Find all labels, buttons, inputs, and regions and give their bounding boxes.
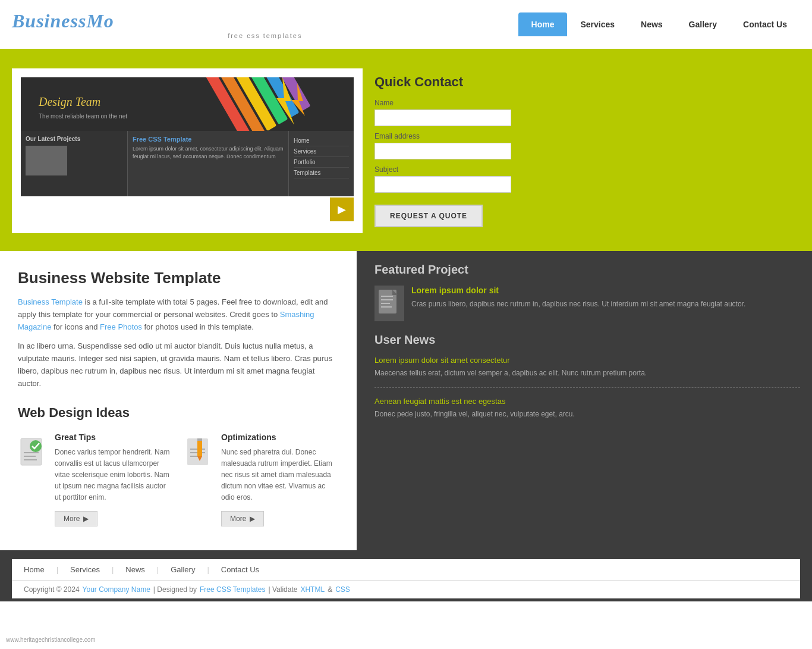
featured-project-title-text: Lorem ipsum dolor sit [411, 286, 745, 295]
feature1-content: Great Tips Donec varius tempor hendrerit… [55, 432, 172, 526]
feature1-more-label: More [64, 515, 80, 523]
svg-rect-23 [381, 299, 393, 300]
next-slide-button[interactable]: ▶ [330, 197, 354, 221]
icons-text: for icons and [53, 322, 100, 331]
arrow-right-icon: ▶ [83, 515, 89, 523]
nav-contact[interactable]: Contact Us [730, 12, 800, 36]
svg-rect-25 [381, 306, 392, 308]
document-icon [377, 289, 401, 318]
news-link-2[interactable]: Aenean feugiat mattis est nec egestas [374, 397, 800, 406]
feature2-more-button[interactable]: More ▶ [221, 511, 264, 526]
separator-4: | [207, 565, 209, 574]
business-template-link[interactable]: Business Template [18, 297, 83, 306]
feature2-more-label: More [230, 515, 246, 523]
footer: Home | Services | News | Gallery | Conta… [0, 550, 812, 601]
mockup-nav: Home Services Portfolio Templates [288, 131, 354, 196]
featured-project-icon [374, 286, 404, 321]
company-name-link[interactable]: Your Company Name [83, 585, 150, 594]
pencil-icon [184, 435, 214, 471]
main-title: Business Website Template [18, 269, 339, 287]
body-paragraph: In ac libero urna. Suspendisse sed odio … [18, 340, 339, 390]
mockup-center: Free CSS Template Lorem ipsum dolor sit … [128, 131, 288, 196]
main-nav: Home Services News Gallery Contact Us [518, 12, 800, 36]
content-area: Business Website Template Business Templ… [0, 251, 357, 550]
svg-rect-11 [24, 456, 36, 457]
subtitle: Web Design Ideas [18, 405, 339, 421]
feature2-text: Nunc sed pharetra dui. Donec malesuada r… [221, 447, 339, 504]
hero-section: Design Team The most reliable team on th… [0, 51, 812, 251]
featured-project: Lorem ipsum dolor sit Cras purus libero,… [374, 286, 800, 321]
logo: BusinessMo free css templates [12, 10, 518, 39]
footer-nav-gallery[interactable]: Gallery [171, 565, 195, 574]
svg-rect-22 [381, 296, 393, 297]
news-item-2: Aenean feugiat mattis est nec egestas Do… [374, 397, 800, 428]
and-text: & [328, 585, 332, 594]
separator-2: | [112, 565, 114, 574]
nav-home[interactable]: Home [518, 12, 568, 36]
logo-sub: free css templates [12, 32, 518, 39]
nav-gallery[interactable]: Gallery [676, 12, 730, 36]
featured-project-title: Featured Project [374, 263, 800, 277]
footer-nav-services[interactable]: Services [70, 565, 100, 574]
copyright-text: Copyright © 2024 [24, 585, 80, 594]
design-team-sub: The most reliable team on the net [39, 113, 127, 120]
request-quote-button[interactable]: REQUEST A QUOTE [374, 205, 483, 227]
designed-by-text: | Designed by [153, 585, 197, 594]
xhtml-link[interactable]: XHTML [300, 585, 325, 594]
name-input[interactable] [374, 109, 511, 126]
user-news-title: User News [374, 333, 800, 347]
optimizations-icon [184, 432, 214, 468]
hero-slider: Design Team The most reliable team on th… [12, 68, 363, 233]
separator-1: | [56, 565, 58, 574]
news-link-1[interactable]: Lorem ipsum dolor sit amet consectetur [374, 356, 800, 365]
svg-rect-24 [381, 303, 390, 304]
news-text-2: Donec pede justo, fringilla vel, aliquet… [374, 409, 800, 419]
footer-nav-home[interactable]: Home [24, 565, 45, 574]
news-item-1: Lorem ipsum dolor sit amet consectetur M… [374, 356, 800, 388]
validate-text: | Validate [269, 585, 298, 594]
subject-label: Subject [374, 165, 800, 174]
copyright-bar: Copyright © 2024 Your Company Name | Des… [12, 580, 800, 598]
design-team-label: Design Team [39, 95, 100, 109]
email-label: Email address [374, 132, 800, 140]
email-input[interactable] [374, 143, 511, 159]
feature-optimizations: Optimizations Nunc sed pharetra dui. Don… [184, 432, 339, 526]
mockup-left: Our Latest Projects [21, 131, 128, 196]
quick-contact-title: Quick Contact [374, 74, 800, 90]
main-section: Business Website Template Business Templ… [0, 251, 812, 550]
mockup-projects-label: Our Latest Projects [26, 136, 122, 142]
features-grid: Great Tips Donec varius tempor hendrerit… [18, 432, 339, 526]
nav-news[interactable]: News [628, 12, 676, 36]
footer-nav-news[interactable]: News [125, 565, 145, 574]
free-photos-link[interactable]: Free Photos [100, 322, 142, 331]
photos-text: for photos used in this template. [144, 322, 254, 331]
svg-rect-18 [197, 438, 202, 456]
header: BusinessMo free css templates Home Servi… [0, 0, 812, 51]
feature1-more-button[interactable]: More ▶ [55, 511, 97, 526]
feature2-title: Optimizations [221, 432, 339, 442]
footer-nav-contact[interactable]: Contact Us [221, 565, 259, 574]
intro-paragraph: Business Template is a full-site templat… [18, 296, 339, 333]
sidebar: Featured Project Lorem ipsum dolor sit C… [357, 251, 812, 550]
quick-contact: Quick Contact Name Email address Subject… [374, 68, 800, 233]
free-css-templates-link[interactable]: Free CSS Templates [200, 585, 266, 594]
check-icon [18, 435, 48, 471]
feature1-text: Donec varius tempor hendrerit. Nam conva… [55, 447, 172, 504]
feature1-title: Great Tips [55, 432, 172, 442]
separator-3: | [157, 565, 159, 574]
featured-project-content: Lorem ipsum dolor sit Cras purus libero,… [411, 286, 745, 321]
featured-project-text: Cras purus libero, dapibus nec rutrum in… [411, 299, 745, 309]
subject-input[interactable] [374, 176, 511, 193]
svg-rect-20 [197, 438, 202, 441]
news-text-1: Maecenas tellus erat, dictum vel semper … [374, 368, 800, 378]
mockup-template-title: Free CSS Template [133, 136, 284, 143]
great-tips-icon [18, 432, 48, 468]
mockup-nav-home: Home [294, 136, 349, 146]
css-link[interactable]: CSS [335, 585, 350, 594]
svg-rect-10 [24, 452, 39, 453]
mockup-nav-portfolio: Portfolio [294, 157, 349, 168]
screenshot-mockup: Our Latest Projects Free CSS Template Lo… [21, 131, 354, 196]
name-label: Name [374, 99, 800, 107]
feature-great-tips: Great Tips Donec varius tempor hendrerit… [18, 432, 172, 526]
nav-services[interactable]: Services [567, 12, 628, 36]
